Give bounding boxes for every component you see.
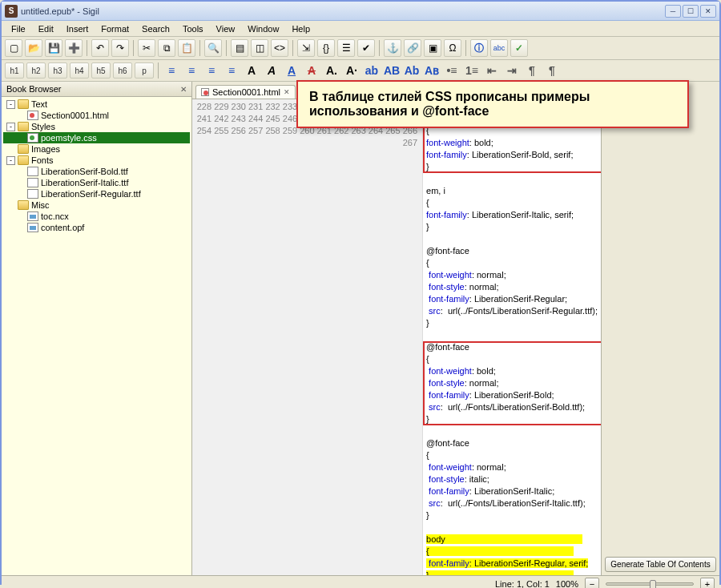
- list-number-button[interactable]: 1≡: [463, 62, 481, 79]
- fttf-icon: [27, 167, 38, 176]
- uppercase-button[interactable]: AB: [383, 62, 401, 79]
- indent-more-button[interactable]: ⇥: [503, 62, 521, 79]
- tree-node-content-opf[interactable]: content.opf: [3, 222, 190, 233]
- anchor-button[interactable]: ⚓: [384, 39, 401, 57]
- tree-label: content.opf: [41, 223, 84, 232]
- image-button[interactable]: ▣: [424, 39, 441, 57]
- fncx-icon: [27, 223, 38, 232]
- done-button[interactable]: ✓: [510, 39, 528, 57]
- titlebar[interactable]: S untitled.epub* - Sigil ─ ☐ ✕: [2, 2, 719, 21]
- align-justify-button[interactable]: ≡: [223, 62, 240, 79]
- book-browser-close-icon[interactable]: ✕: [180, 85, 187, 94]
- book-browser-tree[interactable]: -TextSection0001.html-Stylespoemstyle.cs…: [2, 97, 191, 575]
- tree-node-toc-ncx[interactable]: toc.ncx: [3, 211, 190, 222]
- zoom-level: 100%: [556, 579, 578, 589]
- tree-node-styles[interactable]: -Styles: [3, 121, 190, 132]
- tree-node-images[interactable]: Images: [3, 143, 190, 155]
- strike-button[interactable]: A: [303, 62, 320, 79]
- split-view-button[interactable]: ◫: [251, 39, 268, 57]
- menu-file[interactable]: File: [5, 22, 32, 35]
- tree-node-misc[interactable]: Misc: [3, 199, 190, 211]
- menu-help[interactable]: Help: [285, 22, 316, 35]
- direction-ltr-button[interactable]: ¶: [523, 62, 541, 79]
- heading-h6-button[interactable]: h6: [113, 62, 132, 79]
- align-right-button[interactable]: ≡: [203, 62, 220, 79]
- maximize-button[interactable]: ☐: [683, 5, 699, 18]
- heading-p-button[interactable]: p: [135, 62, 154, 79]
- expand-icon[interactable]: -: [6, 156, 15, 165]
- heading-h3-button[interactable]: h3: [48, 62, 67, 79]
- tab-close-icon[interactable]: ✕: [284, 88, 290, 96]
- align-center-button[interactable]: ≡: [183, 62, 200, 79]
- heading-h2-button[interactable]: h2: [26, 62, 46, 79]
- new-button[interactable]: ▢: [5, 39, 22, 57]
- menu-insert[interactable]: Insert: [60, 22, 95, 35]
- book-browser-title: Book Browser: [6, 84, 61, 94]
- generate-toc-button[interactable]: Generate Table Of Contents: [605, 557, 716, 572]
- menu-edit[interactable]: Edit: [32, 22, 60, 35]
- bold-button[interactable]: A: [243, 62, 260, 79]
- zoom-out-button[interactable]: −: [585, 578, 599, 589]
- menu-format[interactable]: Format: [95, 22, 135, 35]
- menu-window[interactable]: Window: [241, 22, 285, 35]
- meta-button[interactable]: ⓘ: [470, 39, 488, 57]
- tree-node-poemstyle-css[interactable]: poemstyle.css: [3, 132, 190, 143]
- code-lines[interactable]: b { font-weight: bold; font-family: Libe…: [423, 99, 601, 575]
- smallcaps-button[interactable]: Aʙ: [423, 62, 441, 79]
- tree-node-liberationserif-italic-ttf[interactable]: LiberationSerif-Italic.ttf: [3, 177, 190, 188]
- find-button[interactable]: 🔍: [204, 39, 222, 57]
- add-button[interactable]: ➕: [65, 39, 83, 57]
- indent-less-button[interactable]: ⇤: [483, 62, 501, 79]
- tree-label: LiberationSerif-Italic.ttf: [41, 178, 128, 187]
- code-editor[interactable]: 228 229 230 231 232 233 234 235 236 237 …: [192, 99, 601, 575]
- special-button[interactable]: Ω: [444, 39, 461, 57]
- underline-button[interactable]: A: [283, 62, 300, 79]
- tree-node-liberationserif-bold-ttf[interactable]: LiberationSerif-Bold.ttf: [3, 166, 190, 177]
- heading-h1-button[interactable]: h1: [5, 62, 24, 79]
- tree-node-section0001-html[interactable]: Section0001.html: [3, 110, 190, 121]
- capitalize-button[interactable]: Ab: [403, 62, 421, 79]
- folder-icon: [18, 200, 29, 210]
- close-button[interactable]: ✕: [700, 5, 716, 18]
- save-button[interactable]: 💾: [45, 39, 62, 57]
- expand-icon[interactable]: -: [6, 100, 15, 109]
- paste-button[interactable]: 📋: [178, 39, 195, 57]
- menu-view[interactable]: View: [210, 22, 242, 35]
- zoom-in-button[interactable]: +: [700, 578, 715, 589]
- toc-button[interactable]: ☰: [337, 39, 355, 57]
- spell-button[interactable]: abc: [490, 39, 508, 57]
- align-left-button[interactable]: ≡: [163, 62, 180, 79]
- minimize-button[interactable]: ─: [665, 5, 681, 18]
- fcss-icon: [27, 133, 38, 143]
- code-view-button[interactable]: <>: [271, 39, 288, 57]
- italic-button[interactable]: A: [263, 62, 280, 79]
- subscript-button[interactable]: A.: [323, 62, 340, 79]
- split-button[interactable]: ⇲: [297, 39, 315, 57]
- heading-h4-button[interactable]: h4: [70, 62, 89, 79]
- code-button[interactable]: {}: [317, 39, 335, 57]
- menubar: FileEditInsertFormatSearchToolsViewWindo…: [2, 21, 719, 37]
- menu-tools[interactable]: Tools: [176, 22, 210, 35]
- link-button[interactable]: 🔗: [404, 39, 421, 57]
- expand-icon[interactable]: -: [6, 123, 15, 131]
- tab-section0001-html[interactable]: Section0001.html✕: [195, 85, 296, 99]
- tree-node-liberationserif-regular-ttf[interactable]: LiberationSerif-Regular.ttf: [3, 188, 190, 199]
- cut-button[interactable]: ✂: [138, 39, 155, 57]
- tree-node-text[interactable]: -Text: [3, 99, 190, 110]
- redo-button[interactable]: ↷: [111, 39, 129, 57]
- heading-h5-button[interactable]: h5: [91, 62, 111, 79]
- lowercase-button[interactable]: ab: [363, 62, 381, 79]
- tree-node-fonts[interactable]: -Fonts: [3, 155, 190, 166]
- copy-button[interactable]: ⧉: [158, 39, 175, 57]
- zoom-slider[interactable]: [606, 582, 694, 586]
- direction-rtl-button[interactable]: ¶: [543, 62, 561, 79]
- right-panel: Generate Table Of Contents: [601, 82, 719, 575]
- undo-button[interactable]: ↶: [91, 39, 109, 57]
- menu-search[interactable]: Search: [135, 22, 176, 35]
- book-view-button[interactable]: ▤: [231, 39, 248, 57]
- open-button[interactable]: 📂: [25, 39, 42, 57]
- list-bullet-button[interactable]: •≡: [443, 62, 461, 79]
- validate-button[interactable]: ✔: [357, 39, 375, 57]
- app-window: S untitled.epub* - Sigil ─ ☐ ✕ FileEditI…: [0, 0, 721, 585]
- superscript-button[interactable]: A·: [343, 62, 360, 79]
